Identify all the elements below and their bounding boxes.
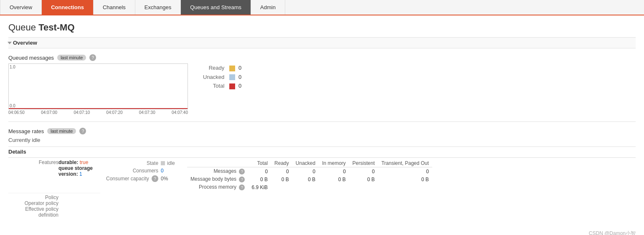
chart-x-labels: 04:06:50 04:07:00 04:07:10 04:07:20 04:0… (8, 110, 188, 115)
features-label-2 (8, 165, 58, 177)
legend-unacked-row: Unacked 0 (200, 73, 244, 82)
policy-table: Policy Operator policy Effective policy … (8, 195, 100, 218)
operator-policy-value (58, 200, 100, 206)
consumers-value-cell: 0 (161, 167, 175, 174)
state-table: State idle Consumers 0 (104, 159, 175, 183)
state-label: State (104, 159, 161, 167)
stats-cell: Total Ready Unacked In memory Persistent… (184, 158, 636, 193)
stats-row-messages: Messages ? 0 0 0 0 0 0 (187, 167, 432, 176)
stats-process-memory-inmemory (319, 183, 349, 191)
consumer-capacity-row: Consumer capacity ? 0% (104, 174, 175, 183)
tab-admin[interactable]: Admin (251, 0, 285, 15)
legend-table: Ready 0 Unacked 0 Total 0 (200, 63, 244, 91)
details-row: Features durable: true queue storage ver… (8, 158, 636, 193)
consumers-row: Consumers 0 (104, 167, 175, 174)
chart-y-top: 1.0 (10, 65, 15, 69)
stats-table: Total Ready Unacked In memory Persistent… (187, 159, 432, 191)
unacked-color-box (229, 74, 235, 80)
stats-bytes-persistent: 0 B (349, 175, 378, 183)
effective-policy-value (58, 206, 100, 218)
page-footer: CSDN @Damon小智 (0, 226, 644, 235)
consumer-capacity-value: 0% (161, 176, 168, 182)
stats-messages-transient: 0 (378, 167, 432, 176)
chart-x-2: 04:07:10 (74, 110, 90, 115)
stats-header-total: Total (248, 159, 271, 167)
policy-value (58, 195, 100, 200)
tab-overview[interactable]: Overview (0, 0, 42, 15)
bytes-help-icon[interactable]: ? (239, 177, 245, 182)
stats-header-row: Total Ready Unacked In memory Persistent… (187, 159, 432, 167)
stats-header-persistent: Persistent (349, 159, 378, 167)
divider-1 (8, 121, 636, 122)
queued-messages-chart: 1.0 0.0 (8, 63, 188, 109)
queued-messages-label: Queued messages (8, 55, 54, 61)
legend-unacked-value: 0 (227, 73, 244, 82)
chart-x-5: 04:07:40 (172, 110, 188, 115)
details-label: Details (8, 147, 636, 155)
tab-exchanges[interactable]: Exchanges (135, 0, 181, 15)
chart-y-bottom: 0.0 (10, 104, 15, 108)
tab-connections[interactable]: Connections (42, 0, 94, 15)
ready-color-box (229, 66, 235, 71)
stats-messages-ready: 0 (271, 167, 292, 176)
stats-process-memory-persistent (349, 183, 378, 191)
features-label: Features (8, 159, 58, 165)
message-rates-label: Message rates (8, 128, 44, 134)
details-main-table: Features durable: true queue storage ver… (8, 157, 636, 219)
legend-ready-value: 0 (227, 63, 244, 73)
chart-x-1: 04:07:00 (41, 110, 57, 115)
stats-process-memory-transient (378, 183, 432, 191)
queued-messages-help-icon[interactable]: ? (89, 54, 96, 61)
stats-bytes-unacked: 0 B (292, 175, 319, 183)
chart-container: 1.0 0.0 04:06:50 04:07:00 04:07:10 04:07… (8, 63, 636, 115)
chart-x-4: 04:07:30 (139, 110, 155, 115)
message-rates-row: Message rates last minute ? (8, 128, 636, 134)
consumer-capacity-value-cell: 0% (161, 174, 175, 183)
stats-messages-label: Messages ? (187, 167, 248, 176)
state-dot-icon (161, 161, 165, 165)
stats-bytes-label: Message body bytes ? (187, 175, 248, 183)
stats-messages-unacked: 0 (292, 167, 319, 176)
policy-row-inner: Policy (8, 195, 100, 200)
message-rates-badge[interactable]: last minute (47, 128, 76, 134)
legend-ready-row: Ready 0 (200, 63, 244, 73)
stats-process-memory-ready (271, 183, 292, 191)
stats-row-bytes: Message body bytes ? 0 B 0 B 0 B 0 B 0 B… (187, 175, 432, 183)
footer-text: CSDN @Damon小智 (589, 230, 636, 235)
chart-x-3: 04:07:20 (106, 110, 123, 115)
legend-total-row: Total 0 (200, 81, 244, 91)
consumer-capacity-label: Consumer capacity ? (104, 174, 161, 183)
stats-bytes-inmemory: 0 B (319, 175, 349, 183)
consumers-value: 0 (161, 168, 164, 174)
state-row: State idle (104, 159, 175, 167)
effective-policy-row: Effective policy definition (8, 206, 100, 218)
features-value: durable: true (58, 159, 100, 165)
page-content: Queue Test-MQ Overview Queued messages l… (0, 15, 644, 226)
stats-messages-persistent: 0 (349, 167, 378, 176)
stats-process-memory-label: Process memory ? (187, 183, 248, 191)
policy-row: Policy Operator policy Effective policy … (8, 193, 636, 219)
stats-bytes-total: 0 B (248, 175, 271, 183)
process-memory-help-icon[interactable]: ? (239, 184, 245, 190)
tab-queues[interactable]: Queues and Streams (181, 0, 251, 15)
consumers-label: Consumers (104, 167, 161, 174)
messages-help-icon[interactable]: ? (239, 169, 245, 174)
stats-bytes-ready: 0 B (271, 175, 292, 183)
tab-channels[interactable]: Channels (94, 0, 135, 15)
time-range-badge[interactable]: last minute (57, 55, 86, 61)
queued-messages-row: Queued messages last minute ? (8, 54, 636, 61)
stats-messages-inmemory: 0 (319, 167, 349, 176)
currently-idle-text: Currently idle (8, 137, 636, 143)
total-color-box (229, 83, 235, 89)
legend-ready-label: Ready (200, 63, 227, 73)
message-rates-help-icon[interactable]: ? (79, 128, 86, 134)
stats-header-transient: Transient, Paged Out (378, 159, 432, 167)
page-title: Queue Test-MQ (8, 22, 636, 33)
consumer-capacity-help-icon[interactable]: ? (152, 175, 158, 182)
overview-section-header[interactable]: Overview (8, 37, 636, 48)
stats-bytes-transient: 0 B (378, 175, 432, 183)
feature-row-1: queue storage version: 1 (8, 165, 100, 177)
stats-messages-total: 0 (248, 167, 271, 176)
effective-policy-label: Effective policy definition (8, 206, 58, 218)
operator-policy-label: Operator policy (8, 200, 58, 206)
